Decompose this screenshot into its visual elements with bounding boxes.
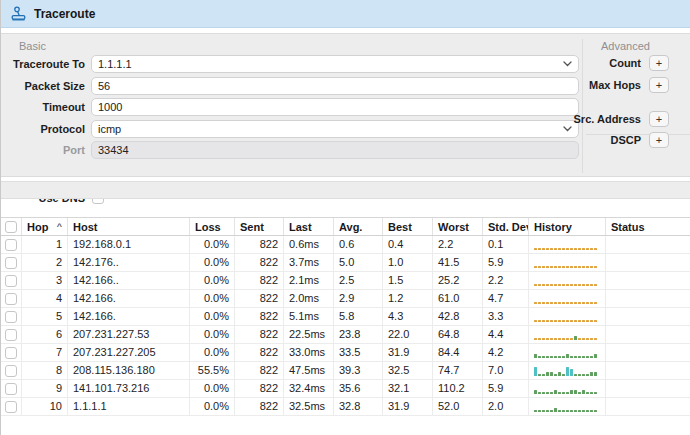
packet-size-input[interactable]: 56 [91, 77, 579, 95]
dscp-add-button[interactable]: + [649, 132, 669, 148]
history-bar [566, 338, 569, 340]
hop-cell: 6 [22, 326, 68, 343]
loss-cell: 0.0% [190, 254, 235, 271]
advanced-row-dscp: DSCP + [571, 132, 690, 149]
traceroute-to-input[interactable]: 1.1.1.1 [91, 55, 579, 73]
row-checkbox[interactable] [5, 311, 17, 323]
history-bar [542, 410, 545, 412]
hop-cell: 7 [22, 344, 68, 361]
status-cell [606, 398, 690, 415]
history-sparkline [529, 254, 606, 271]
title-bar: Traceroute [1, 0, 690, 28]
history-bar [582, 320, 585, 322]
column-header-history[interactable]: History [529, 218, 606, 235]
history-bar [542, 266, 545, 268]
last-cell: 3.7ms [284, 254, 334, 271]
column-header-avg[interactable]: Avg. [334, 218, 383, 235]
history-bar [594, 410, 597, 412]
column-header-worst[interactable]: Worst [433, 218, 483, 235]
history-bar [590, 302, 593, 304]
history-bar [542, 356, 545, 358]
history-bar [554, 408, 557, 412]
table-row[interactable]: 4142.166.0.0%8222.0ms2.91.261.04.7 [1, 290, 690, 308]
worst-cell: 25.2 [433, 272, 483, 289]
stddev-cell: 4.4 [483, 326, 529, 343]
table-row[interactable]: 8208.115.136.18055.5%82247.5ms39.332.574… [1, 362, 690, 380]
row-checkbox[interactable] [5, 401, 17, 413]
table-row[interactable]: 7207.231.227.2050.0%82233.0ms33.531.984.… [1, 344, 690, 362]
history-bar [582, 266, 585, 268]
history-bar [594, 354, 597, 358]
table-row[interactable]: 3142.166..0.0%8222.1ms2.51.525.22.2 [1, 272, 690, 290]
history-bar [546, 392, 549, 394]
count-label: Count [521, 55, 641, 72]
src-address-add-button[interactable]: + [649, 111, 669, 127]
history-bar [574, 374, 577, 376]
history-bar [574, 390, 577, 394]
column-header-host[interactable]: Host [68, 218, 190, 235]
history-bar [550, 356, 553, 358]
history-bar [562, 284, 565, 286]
history-bar [558, 248, 561, 250]
history-bar [554, 390, 557, 394]
count-add-button[interactable]: + [649, 55, 669, 71]
table-row[interactable]: 6207.231.227.530.0%82222.5ms23.822.064.8… [1, 326, 690, 344]
history-bar [590, 248, 593, 250]
history-bar [578, 266, 581, 268]
history-bar [574, 410, 577, 412]
row-checkbox[interactable] [5, 275, 17, 287]
column-header-sent[interactable]: Sent [235, 218, 284, 235]
row-checkbox[interactable] [5, 365, 17, 377]
history-bar [574, 336, 577, 340]
history-bar [538, 338, 541, 340]
packet-size-label: Packet Size [1, 77, 85, 95]
host-cell: 142.176.. [68, 254, 190, 271]
row-checkbox[interactable] [5, 329, 17, 341]
avg-cell: 33.5 [334, 344, 383, 361]
row-checkbox[interactable] [5, 383, 17, 395]
best-cell: 4.3 [383, 308, 433, 325]
history-bar [550, 284, 553, 286]
loss-cell: 0.0% [190, 308, 235, 325]
best-cell: 0.4 [383, 236, 433, 253]
protocol-input[interactable]: icmp [91, 120, 579, 138]
history-sparkline [529, 272, 606, 289]
dscp-label: DSCP [521, 132, 641, 149]
history-bar [554, 338, 557, 340]
history-bar [558, 302, 561, 304]
row-checkbox[interactable] [5, 239, 17, 251]
select-all-checkbox[interactable] [5, 221, 17, 233]
column-header-best[interactable]: Best [383, 218, 433, 235]
max-hops-add-button[interactable]: + [649, 77, 669, 93]
row-select-cell [1, 308, 22, 325]
avg-cell: 0.6 [334, 236, 383, 253]
table-row[interactable]: 5142.166.0.0%8225.1ms5.84.342.83.3 [1, 308, 690, 326]
column-header-stddev[interactable]: Std. Dev. [483, 218, 529, 235]
row-checkbox[interactable] [5, 347, 17, 359]
column-header-last[interactable]: Last [284, 218, 334, 235]
sent-cell: 822 [235, 236, 284, 253]
table-row[interactable]: 1192.168.0.10.0%8220.6ms0.60.42.20.1 [1, 236, 690, 254]
history-bar [554, 320, 557, 322]
table-row[interactable]: 2142.176..0.0%8223.7ms5.01.041.55.9 [1, 254, 690, 272]
avg-cell: 5.0 [334, 254, 383, 271]
stddev-cell: 7.0 [483, 362, 529, 379]
host-cell: 142.166. [68, 290, 190, 307]
history-bar [550, 338, 553, 340]
history-bar [538, 410, 541, 412]
timeout-input[interactable]: 1000 [91, 98, 579, 116]
worst-cell: 74.7 [433, 362, 483, 379]
column-header-hop[interactable]: Hop ^ [22, 218, 68, 235]
loss-cell: 55.5% [190, 362, 235, 379]
last-cell: 47.5ms [284, 362, 334, 379]
column-header-loss[interactable]: Loss [190, 218, 235, 235]
table-row[interactable]: 9141.101.73.2160.0%82232.4ms35.632.1110.… [1, 380, 690, 398]
history-bar [582, 338, 585, 340]
row-checkbox[interactable] [5, 293, 17, 305]
protocol-value: icmp [98, 121, 559, 137]
table-row[interactable]: 101.1.1.10.0%82232.5ms32.831.952.02.0 [1, 398, 690, 416]
row-select-cell [1, 272, 22, 289]
row-select-cell [1, 344, 22, 361]
column-header-status[interactable]: Status [606, 218, 690, 235]
row-checkbox[interactable] [5, 257, 17, 269]
